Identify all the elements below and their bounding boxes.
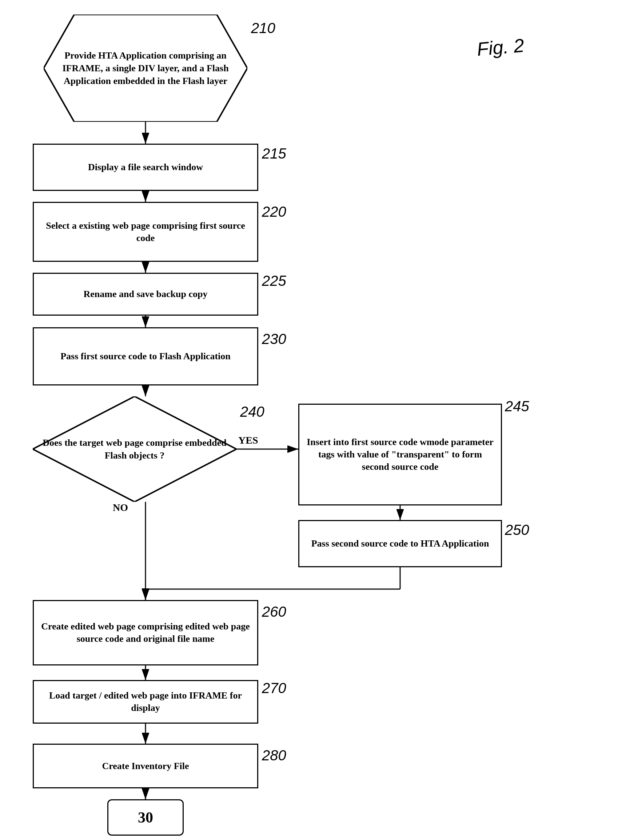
step-225: 225 (262, 273, 286, 289)
node-210-label: Provide HTA Application comprising an IF… (44, 45, 247, 91)
node-270-label: Load target / edited web page into IFRAM… (40, 689, 251, 714)
svg-text:YES: YES (238, 434, 258, 446)
step-230: 230 (262, 331, 286, 347)
node-245-label: Insert into first source code wmode para… (305, 436, 495, 473)
step-220: 220 (262, 204, 286, 220)
node-220-label: Select a existing web page comprising fi… (40, 220, 251, 244)
node-245: Insert into first source code wmode para… (298, 404, 502, 506)
svg-text:NO: NO (113, 502, 128, 513)
step-260: 260 (262, 604, 286, 620)
node-230: Pass first source code to Flash Applicat… (33, 327, 258, 386)
node-250-label: Pass second source code to HTA Applicati… (311, 537, 489, 550)
node-280-label: Create Inventory File (102, 760, 189, 772)
node-220: Select a existing web page comprising fi… (33, 202, 258, 262)
node-240: Does the target web page comprise embedd… (33, 397, 236, 502)
node-240-label: Does the target web page comprise embedd… (33, 436, 236, 462)
node-225: Rename and save backup copy (33, 273, 258, 315)
node-260: Create edited web page comprising edited… (33, 600, 258, 665)
step-245: 245 (505, 398, 529, 415)
node-280: Create Inventory File (33, 744, 258, 788)
step-215: 215 (262, 145, 286, 162)
figure-label: Fig. 2 (476, 34, 525, 60)
step-280: 280 (262, 747, 286, 763)
node-215: Display a file search window (33, 144, 258, 191)
node-225-label: Rename and save backup copy (84, 288, 208, 300)
step-240: 240 (240, 404, 264, 420)
node-210: Provide HTA Application comprising an IF… (44, 14, 247, 122)
node-215-label: Display a file search window (88, 161, 203, 173)
terminal-label: 30 (138, 808, 153, 828)
node-260-label: Create edited web page comprising edited… (40, 620, 251, 645)
step-270: 270 (262, 680, 286, 696)
node-230-label: Pass first source code to Flash Applicat… (60, 350, 231, 362)
flowchart-diagram: Fig. 2 YES NO (0, 0, 626, 840)
step-210: 210 (251, 20, 275, 36)
node-terminal-30: 30 (107, 799, 184, 835)
step-250: 250 (505, 522, 529, 538)
node-250: Pass second source code to HTA Applicati… (298, 520, 502, 567)
node-270: Load target / edited web page into IFRAM… (33, 680, 258, 724)
